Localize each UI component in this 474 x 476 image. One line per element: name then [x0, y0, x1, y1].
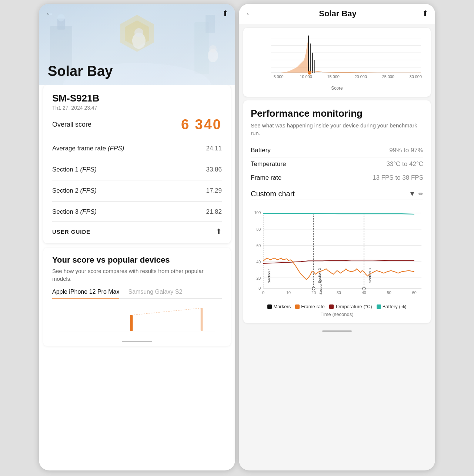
temperature-label: Temperature — [251, 160, 286, 168]
overall-score-row: Overall score 6 340 — [52, 117, 222, 133]
section1-label: Section 1 (FPS) — [52, 166, 97, 173]
overall-score-label: Overall score — [52, 121, 91, 129]
legend-framerate-label: Frame rate — [301, 304, 325, 309]
svg-text:30: 30 — [337, 290, 341, 295]
divider-1 — [52, 138, 222, 138]
svg-text:60: 60 — [256, 243, 261, 248]
section3-row: Section 3 (FPS) 21.82 — [52, 204, 222, 219]
divider-2 — [52, 159, 222, 159]
svg-text:5 000: 5 000 — [273, 74, 283, 79]
custom-chart-dropdown[interactable]: ▼ — [409, 190, 415, 198]
line-chart-area: 100 80 60 40 20 0 0 10 20 — [251, 204, 423, 301]
dist-chart-card: 5 000 10 000 15 000 20 000 25 000 30 000… — [243, 28, 431, 97]
svg-text:20 000: 20 000 — [355, 74, 367, 79]
dist-chart-x-label: Score — [249, 86, 425, 91]
hero-title: Solar Bay — [39, 63, 113, 79]
dist-chart: 5 000 10 000 15 000 20 000 25 000 30 000 — [249, 32, 425, 84]
tab-iphone[interactable]: Apple iPhone 12 Pro Max — [52, 289, 119, 298]
tab-samsung[interactable]: Samsung Galaxy S2 — [128, 289, 182, 298]
svg-text:15 000: 15 000 — [327, 74, 340, 79]
svg-text:20: 20 — [256, 276, 261, 280]
legend-temperature-dot — [329, 304, 334, 309]
compare-chart — [52, 304, 222, 337]
right-share-button[interactable]: ⬆ — [422, 9, 428, 19]
legend-temperature: Temperature (°C) — [329, 304, 372, 309]
section1-value: 33.86 — [206, 166, 222, 173]
right-header: ← Solar Bay ⬆ — [239, 4, 435, 24]
legend-temperature-label: Temperature (°C) — [335, 304, 372, 309]
overall-score-value: 6 340 — [181, 117, 222, 133]
custom-chart-row[interactable]: Custom chart ▼ ✏ — [251, 190, 423, 200]
legend-battery-dot — [377, 304, 381, 309]
svg-text:30 000: 30 000 — [410, 74, 422, 79]
popular-title: Your score vs popular devices — [52, 255, 222, 265]
device-name: SM-S921B — [52, 93, 222, 104]
svg-text:40: 40 — [362, 290, 366, 295]
right-phone: ← Solar Bay ⬆ — [239, 4, 435, 470]
user-guide-row[interactable]: USER GUIDE ⬆ — [52, 222, 222, 236]
svg-text:10: 10 — [286, 290, 291, 295]
user-guide-label: USER GUIDE — [52, 229, 90, 235]
svg-text:25 000: 25 000 — [382, 74, 394, 79]
avg-fps-row: Average frame rate (FPS) 24.11 — [52, 141, 222, 156]
right-back-button[interactable]: ← — [246, 9, 254, 19]
x-axis-label: Time (seconds) — [251, 312, 423, 317]
right-content: 5 000 10 000 15 000 20 000 25 000 30 000… — [239, 24, 435, 470]
svg-text:50: 50 — [387, 290, 391, 295]
legend-markers-dot — [267, 304, 272, 309]
divider-3 — [52, 180, 222, 180]
perf-card: Performance monitoring See what was happ… — [243, 100, 431, 323]
svg-rect-15 — [201, 308, 203, 331]
framerate-value: 13 FPS to 38 FPS — [373, 174, 423, 182]
temperature-value: 33°C to 42°C — [386, 160, 423, 168]
left-nav-bar: ← ⬆ — [39, 4, 235, 24]
share-button[interactable]: ⬆ — [222, 9, 228, 19]
svg-text:40: 40 — [256, 260, 261, 264]
tab-row: Apple iPhone 12 Pro Max Samsung Galaxy S… — [52, 289, 222, 299]
perf-desc: See what was happening inside your devic… — [251, 122, 423, 137]
legend-framerate: Frame rate — [295, 304, 325, 309]
right-scroll-indicator — [322, 330, 352, 332]
scroll-indicator — [122, 341, 152, 342]
section2-label: Section 2 (FPS) — [52, 187, 97, 194]
section3-value: 21.82 — [206, 208, 222, 216]
back-button[interactable]: ← — [46, 9, 54, 19]
legend-framerate-dot — [295, 304, 300, 309]
section2-value: 17.29 — [206, 187, 222, 194]
framerate-label: Frame rate — [251, 174, 281, 182]
svg-point-62 — [312, 287, 315, 290]
svg-rect-14 — [130, 315, 133, 331]
score-card: SM-S921B Th1 27, 2024 23:47 Overall scor… — [43, 85, 231, 243]
svg-text:100: 100 — [254, 210, 261, 215]
svg-point-63 — [363, 287, 365, 290]
battery-metric: Battery 99% to 97% — [251, 144, 423, 157]
custom-chart-edit[interactable]: ✏ — [418, 190, 423, 197]
svg-text:10 000: 10 000 — [300, 74, 312, 79]
custom-chart-label: Custom chart — [251, 190, 406, 198]
popular-desc: See how your score compares with results… — [52, 267, 222, 283]
perf-title: Performance monitoring — [251, 108, 423, 119]
legend-markers: Markers — [267, 304, 291, 309]
device-date: Th1 27, 2024 23:47 — [52, 105, 222, 111]
section2-row: Section 2 (FPS) 17.29 — [52, 183, 222, 198]
svg-text:Section 3: Section 3 — [368, 268, 372, 283]
legend-battery-label: Battery (%) — [383, 304, 407, 309]
svg-text:80: 80 — [256, 227, 261, 232]
svg-text:Section 1: Section 1 — [267, 268, 271, 283]
divider-4 — [52, 201, 222, 202]
svg-text:0: 0 — [258, 286, 261, 290]
section3-label: Section 3 (FPS) — [52, 208, 97, 216]
popular-section: Your score vs popular devices See how yo… — [43, 248, 231, 346]
hero-banner: ← ⬆ — [39, 4, 235, 85]
svg-text:60: 60 — [412, 290, 417, 295]
left-phone: ← ⬆ — [39, 4, 235, 470]
legend-battery: Battery (%) — [377, 304, 407, 309]
svg-text:20: 20 — [311, 290, 316, 295]
avg-fps-value: 24.11 — [206, 145, 222, 152]
framerate-metric: Frame rate 13 FPS to 38 FPS — [251, 171, 423, 184]
share-icon[interactable]: ⬆ — [216, 227, 222, 236]
svg-line-16 — [131, 308, 202, 315]
temperature-metric: Temperature 33°C to 42°C — [251, 157, 423, 171]
right-header-title: Solar Bay — [319, 9, 357, 19]
battery-value: 99% to 97% — [389, 147, 423, 154]
